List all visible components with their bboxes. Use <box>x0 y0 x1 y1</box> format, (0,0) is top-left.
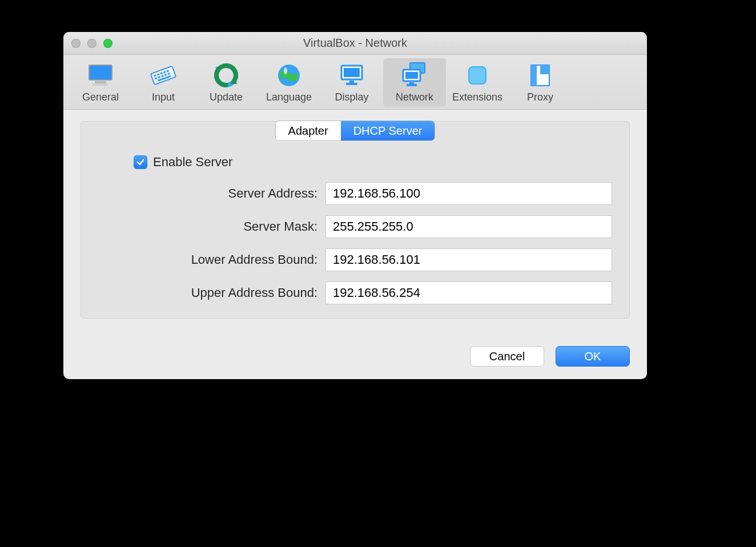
svg-rect-25 <box>405 72 418 79</box>
segmented-tabs: Adapter DHCP Server <box>275 120 436 141</box>
refresh-icon <box>195 61 258 90</box>
server-mask-label: Server Mask: <box>108 219 325 234</box>
check-icon <box>136 158 145 167</box>
toolbar-item-input[interactable]: Input <box>132 58 195 107</box>
server-address-label: Server Address: <box>108 186 325 201</box>
preferences-window: VirtualBox - Network General <box>63 32 647 379</box>
toolbar-label: Language <box>258 91 320 103</box>
toolbar-item-network[interactable]: Network <box>383 58 446 107</box>
close-icon[interactable] <box>71 39 81 48</box>
toolbar-item-language[interactable]: Language <box>258 58 320 107</box>
server-address-input[interactable] <box>325 182 612 205</box>
svg-rect-27 <box>407 84 417 86</box>
toolbar-label: Display <box>320 91 383 103</box>
upper-bound-input[interactable] <box>325 281 612 304</box>
tab-adapter[interactable]: Adapter <box>276 121 341 140</box>
settings-panel: Adapter DHCP Server Enable Server Server… <box>81 121 630 319</box>
extensions-icon <box>446 61 509 90</box>
zoom-icon[interactable] <box>103 39 112 48</box>
content-area: Adapter DHCP Server Enable Server Server… <box>63 110 647 332</box>
traffic-lights <box>71 39 112 48</box>
toolbar-label: Extensions <box>446 91 509 103</box>
minimize-icon[interactable] <box>87 39 96 48</box>
svg-rect-0 <box>89 65 112 80</box>
lower-bound-input[interactable] <box>325 248 612 271</box>
svg-rect-1 <box>95 81 106 83</box>
monitor-icon <box>69 61 132 90</box>
dialog-buttons: Cancel OK <box>63 332 647 379</box>
server-mask-input[interactable] <box>325 215 612 238</box>
display-icon <box>320 61 383 90</box>
svg-point-18 <box>284 67 287 74</box>
svg-rect-22 <box>346 83 357 85</box>
toolbar-label: Input <box>132 91 195 103</box>
svg-rect-20 <box>344 68 360 77</box>
lower-bound-label: Lower Address Bound: <box>108 252 325 267</box>
svg-rect-29 <box>469 67 485 83</box>
toolbar-label: Network <box>383 91 446 103</box>
network-icon <box>383 61 446 90</box>
toolbar-item-proxy[interactable]: Proxy <box>509 58 572 107</box>
toolbar-label: Update <box>195 91 258 103</box>
globe-icon <box>258 61 320 90</box>
keyboard-icon <box>132 61 195 90</box>
toolbar-label: General <box>69 91 132 103</box>
toolbar-item-update[interactable]: Update <box>195 58 258 107</box>
svg-rect-21 <box>349 81 354 83</box>
toolbar-item-extensions[interactable]: Extensions <box>446 58 509 107</box>
enable-server-label: Enable Server <box>153 155 232 170</box>
ok-button[interactable]: OK <box>556 346 630 367</box>
svg-rect-32 <box>540 65 549 74</box>
enable-server-checkbox[interactable] <box>134 155 147 169</box>
toolbar-item-display[interactable]: Display <box>320 58 383 107</box>
cancel-button[interactable]: Cancel <box>470 346 544 367</box>
toolbar-label: Proxy <box>509 91 572 103</box>
dhcp-form: Enable Server Server Address: Server Mas… <box>81 141 629 304</box>
prefs-toolbar: General Input <box>63 55 647 110</box>
proxy-icon <box>509 61 572 90</box>
toolbar-item-general[interactable]: General <box>69 58 132 107</box>
svg-rect-31 <box>531 65 537 86</box>
upper-bound-label: Upper Address Bound: <box>108 285 325 300</box>
titlebar: VirtualBox - Network <box>63 32 647 55</box>
window-title: VirtualBox - Network <box>63 37 647 50</box>
svg-rect-26 <box>409 82 414 84</box>
tab-dhcp-server[interactable]: DHCP Server <box>341 121 435 140</box>
svg-rect-2 <box>93 83 108 86</box>
